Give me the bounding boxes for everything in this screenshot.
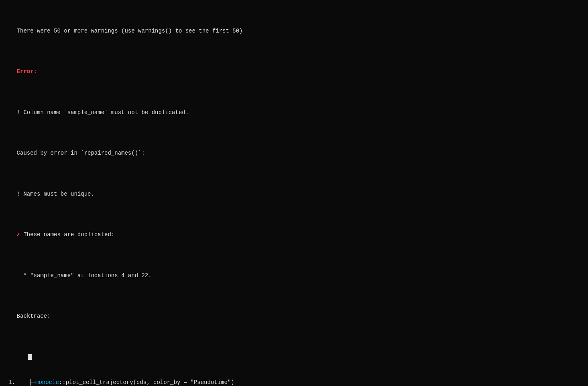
backtrace-text: Backtrace: — [17, 313, 51, 319]
error-label-line: Error: — [3, 59, 585, 84]
error-text-1: ! Column name `sample_name` must not be … — [17, 109, 189, 116]
line-num-1: 1. — [3, 378, 18, 386]
backtrace-label: Backtrace: — [3, 304, 585, 329]
error-line-3: ! Names must be unique. — [3, 182, 585, 206]
backtrace-section: 1. ├─monocle::plot_cell_trajectory(cds, … — [3, 378, 585, 386]
error-label: Error: — [17, 68, 37, 75]
error-line-1: ! Column name `sample_name` must not be … — [3, 100, 585, 125]
console-output: There were 50 or more warnings (use warn… — [3, 2, 585, 378]
cursor-block — [28, 354, 32, 360]
error-text-2: Caused by error in `repaired_names()`: — [17, 150, 145, 156]
error-text-4: These names are duplicated: — [20, 231, 114, 238]
cursor-indent — [17, 354, 27, 360]
backtrace-row-1: 1. ├─monocle::plot_cell_trajectory(cds, … — [3, 378, 585, 386]
error-text-3: ! Names must be unique. — [17, 191, 94, 197]
cursor-line — [3, 345, 585, 369]
error-line-2: Caused by error in `repaired_names()`: — [3, 141, 585, 165]
error-line-4: ✗ These names are duplicated: — [3, 223, 585, 247]
error-line-5: * "sample_name" at locations 4 and 22. — [3, 263, 585, 288]
error-bullet: ✗ — [17, 231, 20, 238]
error-text-5: * "sample_name" at locations 4 and 22. — [17, 272, 152, 279]
warning-text: There were 50 or more warnings (use warn… — [17, 28, 243, 34]
warning-line: There were 50 or more warnings (use warn… — [3, 19, 585, 43]
line-content-1: ├─monocle::plot_cell_trajectory(cds, col… — [18, 378, 234, 386]
